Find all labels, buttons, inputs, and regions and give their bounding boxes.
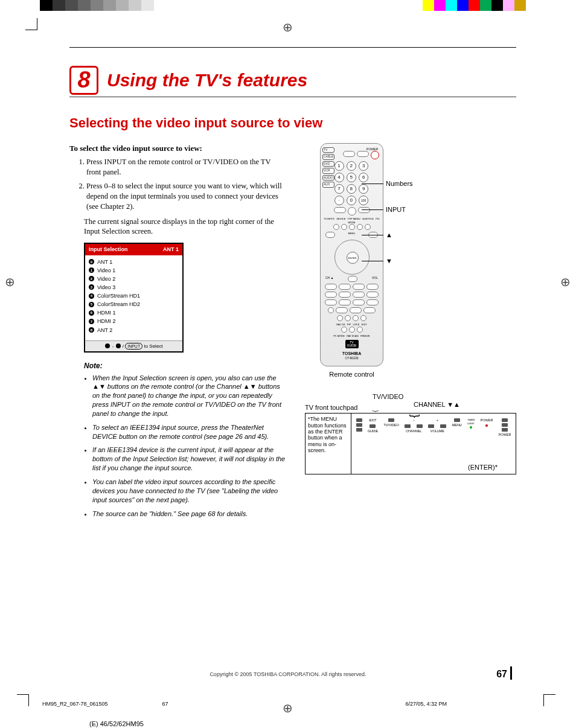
input-selection-current: ANT 1 — [163, 246, 179, 253]
paragraph: The current signal source displays in th… — [84, 217, 287, 237]
input-selection-item: 7HDMI 2 — [89, 317, 179, 325]
fp-touchpad-label: TV front touchpad — [305, 403, 516, 412]
model-line: (E) 46/52/62HM95 — [89, 720, 144, 728]
printer-colorbar-color — [423, 0, 537, 11]
registration-mark-right: ⊕ — [560, 274, 571, 290]
callout-input: INPUT — [386, 205, 413, 214]
fp-side-note: *The MENU button functions as the ENTER … — [306, 413, 351, 474]
input-selection-title: Input Selection — [89, 246, 128, 253]
input-selection-item: 3Video 3 — [89, 283, 179, 292]
top-rule — [69, 47, 516, 48]
input-selection-item: 5ColorStream HD2 — [89, 300, 179, 308]
page-number-bar — [510, 666, 512, 680]
crop-mark — [25, 18, 37, 30]
crop-mark — [17, 694, 29, 706]
print-slug: HM95_R2_067-78_061505 67 6/27/05, 4:32 P… — [42, 700, 537, 707]
chapter-title: Using the TV's features — [107, 68, 307, 93]
section-title: Selecting the video input source to view — [69, 114, 516, 132]
note-item: You can label the video input sources ac… — [92, 477, 287, 505]
callout-numbers: Numbers — [386, 179, 413, 188]
registration-mark-left: ⊕ — [5, 274, 15, 290]
input-selection-item: 8ANT 2 — [89, 326, 179, 334]
remote-caption: Remote control — [320, 370, 383, 379]
fp-enter-note: (ENTER)* — [468, 463, 498, 472]
input-selection-item: 4ColorStream HD1 — [89, 292, 179, 300]
copyright: Copyright © 2005 TOSHIBA CORPORATION. Al… — [0, 671, 576, 678]
input-selection-footer: - / INPUT to Select — [85, 340, 182, 352]
front-panel-illustration: TV/VIDEO⏟ CHANNEL ▼▲} TV front touchpad … — [305, 403, 516, 475]
page-number: 67 — [496, 668, 507, 681]
fp-tvvideo-label: TV/VIDEO⏟ — [373, 392, 403, 414]
remote-control-illustration: TVCABLEDVDVCRAUDIOAUX POWER 123 456 789 … — [320, 143, 383, 366]
callout-up: ▲ — [386, 231, 413, 240]
note-item: The source can be "hidden." See page 68 … — [92, 509, 287, 519]
printer-colorbar-gray — [40, 0, 167, 11]
input-selection-item: 1Video 1 — [89, 266, 179, 275]
note-item: If an IEEE1394 device is the current inp… — [92, 445, 287, 473]
intro-text: To select the video input source to view… — [69, 143, 287, 154]
input-selection-item: 2Video 2 — [89, 275, 179, 283]
input-selection-item: 0ANT 1 — [89, 258, 179, 266]
input-selection-item: 6HDMI 1 — [89, 308, 179, 317]
step-1: Press INPUT on the remote control or TV/… — [86, 157, 287, 177]
chapter-heading: 8 Using the TV's features — [69, 66, 516, 97]
step-2: Press 0–8 to select the input source you… — [86, 181, 287, 212]
chapter-number: 8 — [77, 65, 90, 95]
callout-down: ▼ — [386, 257, 413, 266]
note-item: When the Input Selection screen is open,… — [92, 374, 287, 418]
note-item: To select an IEEE1394 input source, pres… — [92, 423, 287, 441]
crop-mark — [543, 694, 555, 706]
note-heading: Note: — [84, 361, 287, 371]
input-selection-screenshot: Input Selection ANT 1 0ANT 11Video 12Vid… — [84, 243, 184, 353]
registration-mark-top: ⊕ — [283, 19, 293, 36]
